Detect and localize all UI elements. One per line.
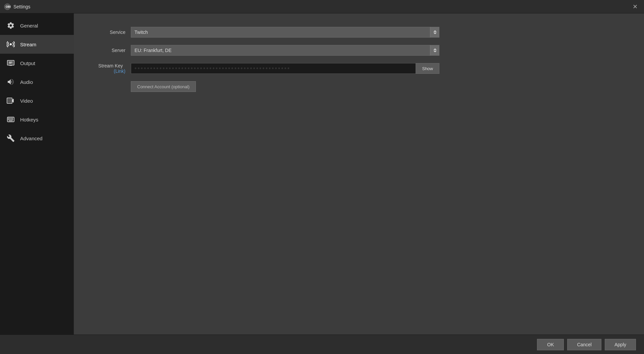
content-panel: Service Twitch YouTube Facebook Live Cus… xyxy=(74,13,644,335)
sidebar-item-output[interactable]: Output xyxy=(0,54,74,72)
sidebar-label-audio: Audio xyxy=(20,79,33,85)
window-title: Settings xyxy=(13,4,31,9)
close-button[interactable]: ✕ xyxy=(630,2,640,12)
stream-key-label: Stream Key (Link) xyxy=(91,63,131,74)
svg-rect-15 xyxy=(12,118,13,119)
show-stream-key-button[interactable]: Show xyxy=(416,63,439,74)
sidebar-item-general[interactable]: General xyxy=(0,16,74,35)
gear-icon xyxy=(6,21,15,30)
apply-button[interactable]: Apply xyxy=(605,339,636,350)
sidebar: General A Stream Output xyxy=(0,13,74,335)
service-select-wrapper: Twitch YouTube Facebook Live Custom RTMP xyxy=(131,27,439,38)
service-label: Service xyxy=(91,30,131,35)
sidebar-label-hotkeys: Hotkeys xyxy=(20,117,38,122)
hotkeys-icon xyxy=(6,115,15,124)
svg-rect-19 xyxy=(12,119,13,120)
svg-rect-18 xyxy=(11,119,12,120)
bottom-bar: OK Cancel Apply xyxy=(0,335,644,354)
svg-text:A: A xyxy=(9,43,11,46)
sidebar-item-advanced[interactable]: Advanced xyxy=(0,129,74,148)
svg-rect-6 xyxy=(9,62,12,62)
title-bar: OBS Settings ✕ xyxy=(0,0,644,13)
sidebar-item-stream[interactable]: A Stream xyxy=(0,35,74,54)
svg-rect-16 xyxy=(8,119,9,120)
server-select[interactable]: EU: Frankfurt, DE EU: Amsterdam, NL US E… xyxy=(131,45,439,56)
sidebar-label-stream: Stream xyxy=(20,42,36,47)
sidebar-label-advanced: Advanced xyxy=(20,136,43,141)
svg-rect-14 xyxy=(11,118,12,119)
svg-rect-13 xyxy=(9,118,10,119)
stream-key-row: Stream Key (Link) Show xyxy=(91,63,627,74)
connect-account-row: Connect Account (optional) xyxy=(91,81,627,92)
svg-rect-17 xyxy=(9,119,10,120)
title-bar-left: OBS Settings xyxy=(4,3,31,10)
audio-icon xyxy=(6,77,15,87)
main-content: General A Stream Output xyxy=(0,13,644,335)
sidebar-label-output: Output xyxy=(20,60,35,66)
server-row: Server EU: Frankfurt, DE EU: Amsterdam, … xyxy=(91,45,627,56)
svg-rect-7 xyxy=(9,63,11,63)
sidebar-item-video[interactable]: Video xyxy=(0,91,74,110)
service-select[interactable]: Twitch YouTube Facebook Live Custom RTMP xyxy=(131,27,439,38)
ok-button[interactable]: OK xyxy=(537,339,564,350)
stream-icon: A xyxy=(6,40,15,49)
svg-rect-8 xyxy=(9,65,12,66)
stream-key-link[interactable]: (Link) xyxy=(114,68,125,74)
server-label: Server xyxy=(91,48,131,53)
sidebar-item-audio[interactable]: Audio xyxy=(0,72,74,91)
output-icon xyxy=(6,58,15,68)
settings-app-icon: OBS xyxy=(4,3,11,10)
stream-key-wrapper: Show xyxy=(131,63,439,74)
advanced-icon xyxy=(6,134,15,143)
svg-rect-12 xyxy=(8,118,9,119)
svg-rect-20 xyxy=(9,120,13,121)
sidebar-label-video: Video xyxy=(20,98,33,104)
svg-rect-10 xyxy=(8,99,11,103)
stream-key-input[interactable] xyxy=(131,63,416,74)
cancel-button[interactable]: Cancel xyxy=(567,339,601,350)
svg-text:OBS: OBS xyxy=(6,5,11,8)
sidebar-item-hotkeys[interactable]: Hotkeys xyxy=(0,110,74,129)
service-row: Service Twitch YouTube Facebook Live Cus… xyxy=(91,27,627,38)
connect-account-button[interactable]: Connect Account (optional) xyxy=(131,81,196,92)
server-select-wrapper: EU: Frankfurt, DE EU: Amsterdam, NL US E… xyxy=(131,45,439,56)
video-icon xyxy=(6,96,15,105)
sidebar-label-general: General xyxy=(20,23,38,29)
